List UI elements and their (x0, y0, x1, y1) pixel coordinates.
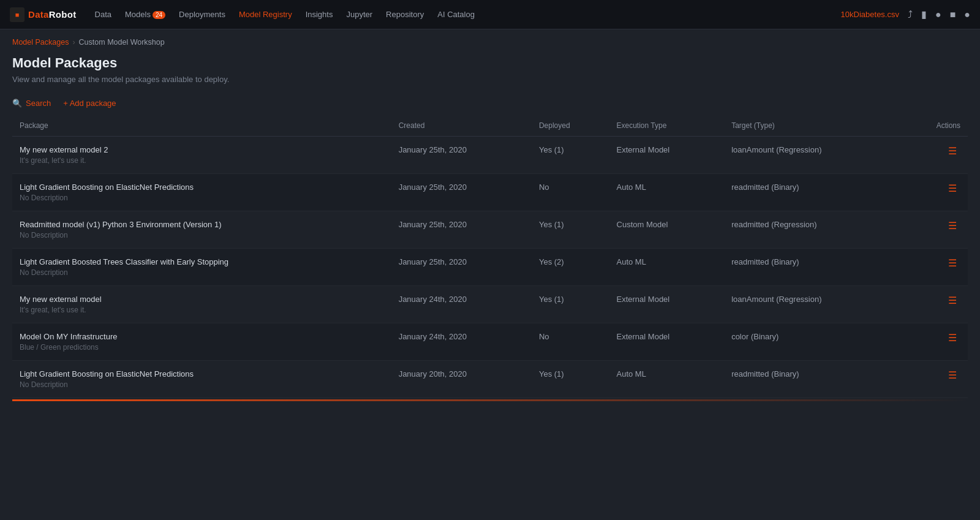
add-package-label: + Add package (63, 99, 116, 108)
action-menu-icon[interactable]: ☰ (944, 219, 960, 232)
package-name[interactable]: Readmitted model (v1) Python 3 Environme… (20, 220, 384, 229)
cell-package-5: Model On MY InfrastructureBlue / Green p… (12, 323, 391, 361)
cell-target-1: readmitted (Binary) (724, 174, 902, 211)
package-name[interactable]: Model On MY Infrastructure (20, 332, 384, 341)
logo-icon: ■ (10, 7, 24, 22)
cell-package-2: Readmitted model (v1) Python 3 Environme… (12, 211, 391, 249)
cell-package-0: My new external model 2It's great, let's… (12, 137, 391, 174)
breadcrumb-sep: › (72, 38, 75, 47)
nav-link-model-registry[interactable]: Model Registry (233, 7, 298, 21)
package-name[interactable]: Light Gradient Boosting on ElasticNet Pr… (20, 183, 384, 192)
breadcrumb-parent[interactable]: Model Packages (12, 38, 69, 47)
cell-actions-4: ☰ (902, 286, 968, 323)
action-menu-icon[interactable]: ☰ (944, 331, 960, 344)
search-label: Search (26, 99, 51, 108)
table-row: My new external model 2It's great, let's… (12, 137, 968, 174)
cell-actions-1: ☰ (902, 174, 968, 211)
nav-link-jupyter[interactable]: Jupyter (340, 7, 379, 21)
col-actions: Actions (902, 115, 968, 137)
bottom-divider (12, 399, 968, 401)
col-execution-type: Execution Type (609, 115, 725, 137)
package-desc: It's great, let's use it. (20, 156, 384, 165)
logo-text: DataRobot (28, 9, 77, 20)
package-desc: No Description (20, 231, 384, 239)
cell-package-3: Light Gradient Boosted Trees Classifier … (12, 249, 391, 286)
cell-package-6: Light Gradient Boosting on ElasticNet Pr… (12, 361, 391, 398)
cell-exec-type-6: Auto ML (609, 361, 725, 398)
cell-actions-6: ☰ (902, 361, 968, 398)
logo[interactable]: ■ DataRobot (10, 7, 77, 22)
col-created: Created (391, 115, 532, 137)
user-icon[interactable]: ● (964, 9, 970, 20)
cell-target-0: loanAmount (Regression) (724, 137, 902, 174)
csv-file-link[interactable]: 10kDiabetes.csv (841, 10, 899, 19)
package-name[interactable]: My new external model (20, 295, 384, 304)
cell-exec-type-3: Auto ML (609, 249, 725, 286)
table-header: PackageCreatedDeployedExecution TypeTarg… (12, 115, 968, 137)
folder-icon[interactable]: ■ (950, 9, 956, 20)
cell-exec-type-0: External Model (609, 137, 725, 174)
cell-created-6: January 20th, 2020 (391, 361, 532, 398)
cell-deployed-0: Yes (1) (532, 137, 609, 174)
action-menu-icon[interactable]: ☰ (944, 369, 960, 382)
cell-actions-5: ☰ (902, 323, 968, 361)
cell-target-3: readmitted (Binary) (724, 249, 902, 286)
package-desc: No Description (20, 380, 384, 389)
cell-created-2: January 25th, 2020 (391, 211, 532, 249)
package-name[interactable]: Light Gradient Boosted Trees Classifier … (20, 257, 384, 266)
col-target--type-: Target (Type) (724, 115, 902, 137)
cell-deployed-5: No (532, 323, 609, 361)
nav-link-repository[interactable]: Repository (380, 7, 430, 21)
toolbar: 🔍 Search + Add package (0, 96, 980, 115)
search-button[interactable]: 🔍 Search (12, 99, 51, 108)
cell-exec-type-4: External Model (609, 286, 725, 323)
topnav: ■ DataRobot DataModels24DeploymentsModel… (0, 0, 980, 29)
col-package: Package (12, 115, 391, 137)
package-name[interactable]: Light Gradient Boosting on ElasticNet Pr… (20, 369, 384, 379)
action-menu-icon[interactable]: ☰ (944, 145, 960, 157)
topnav-right: 10kDiabetes.csv ⤴ ▮ ● ■ ● (841, 9, 970, 20)
nav-link-deployments[interactable]: Deployments (173, 7, 232, 21)
nav-links: DataModels24DeploymentsModel RegistryIns… (89, 7, 481, 21)
add-package-button[interactable]: + Add package (63, 99, 116, 108)
cell-deployed-2: Yes (1) (532, 211, 609, 249)
bell-icon[interactable]: ● (935, 9, 941, 20)
nav-link-models[interactable]: Models24 (119, 7, 172, 21)
nav-badge-models: 24 (153, 11, 165, 19)
page-subtitle: View and manage all the model packages a… (12, 75, 968, 84)
table-body: My new external model 2It's great, let's… (12, 137, 968, 398)
cell-target-5: color (Binary) (724, 323, 902, 361)
share-icon[interactable]: ⤴ (908, 9, 913, 20)
table-row: Light Gradient Boosting on ElasticNet Pr… (12, 174, 968, 211)
cell-exec-type-5: External Model (609, 323, 725, 361)
nav-link-ai-catalog[interactable]: AI Catalog (431, 7, 481, 21)
table-container: PackageCreatedDeployedExecution TypeTarg… (0, 115, 980, 401)
table-row: Model On MY InfrastructureBlue / Green p… (12, 323, 968, 361)
table-row: Readmitted model (v1) Python 3 Environme… (12, 211, 968, 249)
packages-table: PackageCreatedDeployedExecution TypeTarg… (12, 115, 968, 398)
action-menu-icon[interactable]: ☰ (944, 257, 960, 269)
cell-deployed-3: Yes (2) (532, 249, 609, 286)
page-title: Model Packages (12, 55, 968, 71)
book-icon[interactable]: ▮ (921, 9, 927, 20)
breadcrumb-current: Custom Model Workshop (79, 38, 165, 47)
cell-deployed-6: Yes (1) (532, 361, 609, 398)
package-name[interactable]: My new external model 2 (20, 145, 384, 154)
cell-deployed-1: No (532, 174, 609, 211)
cell-created-0: January 25th, 2020 (391, 137, 532, 174)
cell-created-5: January 24th, 2020 (391, 323, 532, 361)
package-desc: No Description (20, 194, 384, 202)
cell-created-4: January 24th, 2020 (391, 286, 532, 323)
breadcrumb: Model Packages › Custom Model Workshop (0, 29, 980, 51)
cell-package-1: Light Gradient Boosting on ElasticNet Pr… (12, 174, 391, 211)
table-row: My new external modelIt's great, let's u… (12, 286, 968, 323)
action-menu-icon[interactable]: ☰ (944, 294, 960, 307)
action-menu-icon[interactable]: ☰ (944, 182, 960, 195)
nav-link-insights[interactable]: Insights (300, 7, 339, 21)
cell-exec-type-1: Auto ML (609, 174, 725, 211)
cell-target-4: loanAmount (Regression) (724, 286, 902, 323)
search-icon: 🔍 (12, 99, 22, 108)
nav-link-data[interactable]: Data (89, 7, 118, 21)
cell-created-1: January 25th, 2020 (391, 174, 532, 211)
cell-deployed-4: Yes (1) (532, 286, 609, 323)
